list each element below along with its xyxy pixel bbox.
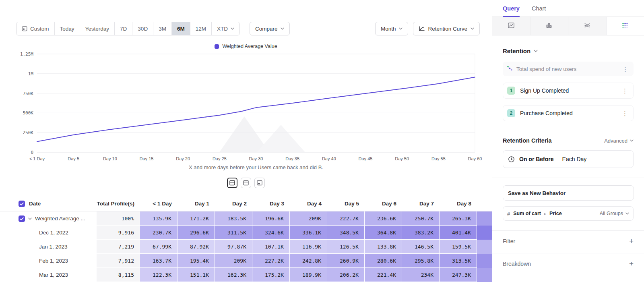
- range-12m[interactable]: 12M: [190, 22, 211, 35]
- retention-cell[interactable]: 175.2K: [252, 268, 290, 282]
- retention-cell-overflow[interactable]: [477, 226, 492, 240]
- retention-cell[interactable]: 189.9K: [290, 268, 327, 282]
- total-profiles-cell[interactable]: 9,916: [97, 226, 140, 240]
- behavior-steps-icon: [507, 65, 513, 73]
- add-breakdown-button[interactable]: +: [629, 260, 634, 267]
- add-filter-button[interactable]: +: [629, 237, 634, 245]
- range-6m[interactable]: 6M: [171, 22, 190, 35]
- retention-line-chart[interactable]: 0250K500K750K1M1.25M< 1 DayDay 5Day 10Da…: [16, 51, 476, 163]
- step-row-1[interactable]: 1 Sign Up Completed ⋮: [503, 83, 634, 99]
- retention-cell[interactable]: 206.2K: [327, 268, 365, 282]
- tab-chart[interactable]: Chart: [532, 0, 546, 17]
- retention-cell[interactable]: 151.1K: [178, 268, 215, 282]
- range-3m[interactable]: 3M: [153, 22, 171, 35]
- layout-single-pane-button[interactable]: [254, 178, 265, 188]
- retention-cell[interactable]: 383.2K: [402, 226, 440, 240]
- retention-cell[interactable]: 163.7K: [140, 254, 178, 268]
- view-tab-insights[interactable]: [492, 17, 530, 35]
- measurement-row[interactable]: # Sum of cart ▸ Price All Groups: [503, 206, 634, 221]
- range-custom[interactable]: Custom: [17, 22, 54, 35]
- kebab-menu-icon[interactable]: ⋮: [621, 88, 629, 94]
- retention-cell[interactable]: 250.7K: [402, 211, 440, 226]
- retention-cell[interactable]: 265.3K: [440, 211, 477, 226]
- total-profiles-cell[interactable]: 100%: [97, 211, 140, 226]
- total-profiles-cell[interactable]: 7,912: [97, 254, 140, 268]
- retention-cell[interactable]: 171.2K: [178, 211, 215, 226]
- retention-cell[interactable]: 242.8K: [290, 254, 327, 268]
- row-expand-chevron-icon[interactable]: [28, 218, 32, 220]
- retention-cell[interactable]: 116.9K: [290, 240, 327, 254]
- retention-cell[interactable]: 87.92K: [178, 240, 215, 254]
- report-type-selector[interactable]: Retention: [503, 48, 634, 54]
- retention-cell[interactable]: 247.3K: [440, 268, 477, 282]
- view-tab-retention[interactable]: [606, 17, 644, 35]
- kebab-menu-icon[interactable]: ⋮: [621, 110, 629, 116]
- retention-cell[interactable]: 280.6K: [365, 254, 402, 268]
- layout-header-row-button[interactable]: [241, 178, 251, 188]
- retention-cell[interactable]: 159.5K: [440, 240, 477, 254]
- view-tab-funnels[interactable]: [530, 17, 568, 35]
- retention-cell[interactable]: 122.3K: [140, 268, 178, 282]
- total-profiles-cell[interactable]: 7,219: [97, 240, 140, 254]
- retention-cell[interactable]: 162.3K: [215, 268, 252, 282]
- retention-cell[interactable]: 336.1K: [290, 226, 327, 240]
- retention-cell[interactable]: 348.5K: [327, 226, 365, 240]
- retention-cell[interactable]: 146.5K: [402, 240, 440, 254]
- retention-cell[interactable]: 221.4K: [365, 268, 402, 282]
- report-type-tabs: [492, 17, 644, 35]
- retention-cell[interactable]: 135.9K: [140, 211, 178, 226]
- all-groups-dropdown[interactable]: All Groups: [600, 211, 629, 216]
- retention-condition[interactable]: On or Before Each Day: [503, 150, 634, 168]
- svg-text:500K: 500K: [23, 110, 34, 116]
- retention-cell[interactable]: 196.6K: [252, 211, 290, 226]
- compare-button[interactable]: Compare: [250, 22, 290, 35]
- retention-cell[interactable]: 183.5K: [215, 211, 252, 226]
- query-sidebar: Query Chart Retention: [492, 0, 644, 288]
- tab-query[interactable]: Query: [503, 0, 520, 17]
- retention-cell[interactable]: 260.9K: [327, 254, 365, 268]
- range-30d[interactable]: 30D: [132, 22, 153, 35]
- retention-cell-overflow[interactable]: [477, 268, 492, 282]
- retention-cell[interactable]: 126.5K: [327, 240, 365, 254]
- retention-cell[interactable]: 209K: [290, 211, 327, 226]
- granularity-button[interactable]: Month: [375, 22, 409, 35]
- view-tab-flows[interactable]: [568, 17, 606, 35]
- retention-cell[interactable]: 195.4K: [178, 254, 215, 268]
- range-yesterday[interactable]: Yesterday: [80, 22, 115, 35]
- retention-cell[interactable]: 295.8K: [402, 254, 440, 268]
- retention-cell-overflow[interactable]: [477, 211, 492, 226]
- retention-cell[interactable]: 324.6K: [252, 226, 290, 240]
- retention-cell[interactable]: 401.4K: [440, 226, 477, 240]
- range-7d[interactable]: 7D: [114, 22, 132, 35]
- retention-cell[interactable]: 364.8K: [365, 226, 402, 240]
- retention-cell[interactable]: 230.7K: [140, 226, 178, 240]
- retention-cell[interactable]: 311.5K: [215, 226, 252, 240]
- advanced-dropdown[interactable]: Advanced: [604, 138, 634, 144]
- retention-cell[interactable]: 236.6K: [365, 211, 402, 226]
- retention-cell[interactable]: 107.1K: [252, 240, 290, 254]
- layout-rows-split-button[interactable]: [227, 178, 237, 188]
- retention-cell[interactable]: 97.87K: [215, 240, 252, 254]
- kebab-menu-icon[interactable]: ⋮: [621, 66, 630, 72]
- range-xtd[interactable]: XTD: [211, 22, 239, 35]
- retention-cell[interactable]: 227.2K: [252, 254, 290, 268]
- range-today[interactable]: Today: [54, 22, 80, 35]
- retention-cell[interactable]: 222.7K: [327, 211, 365, 226]
- save-behavior-button[interactable]: Save as New Behavior: [503, 185, 634, 201]
- range-label: Today: [60, 26, 74, 32]
- checkbox-checked[interactable]: [19, 215, 25, 222]
- retention-cell[interactable]: 67.99K: [140, 240, 178, 254]
- retention-cell[interactable]: 209K: [215, 254, 252, 268]
- behavior-card[interactable]: Total spend of new users ⋮: [503, 62, 634, 76]
- checkbox-checked[interactable]: [19, 201, 25, 207]
- retention-cell[interactable]: 234K: [402, 268, 440, 282]
- retention-cell-overflow[interactable]: [477, 254, 492, 268]
- retention-cell[interactable]: 296.6K: [178, 226, 215, 240]
- retention-cell[interactable]: 313.5K: [440, 254, 477, 268]
- total-profiles-cell[interactable]: 8,115: [97, 268, 140, 282]
- bar-chart-icon: [545, 22, 553, 31]
- step-row-2[interactable]: 2 Purchase Completed ⋮: [503, 105, 634, 121]
- retention-cell[interactable]: 133.8K: [365, 240, 402, 254]
- chart-type-button[interactable]: Retention Curve: [413, 22, 480, 35]
- retention-cell-overflow[interactable]: [477, 240, 492, 254]
